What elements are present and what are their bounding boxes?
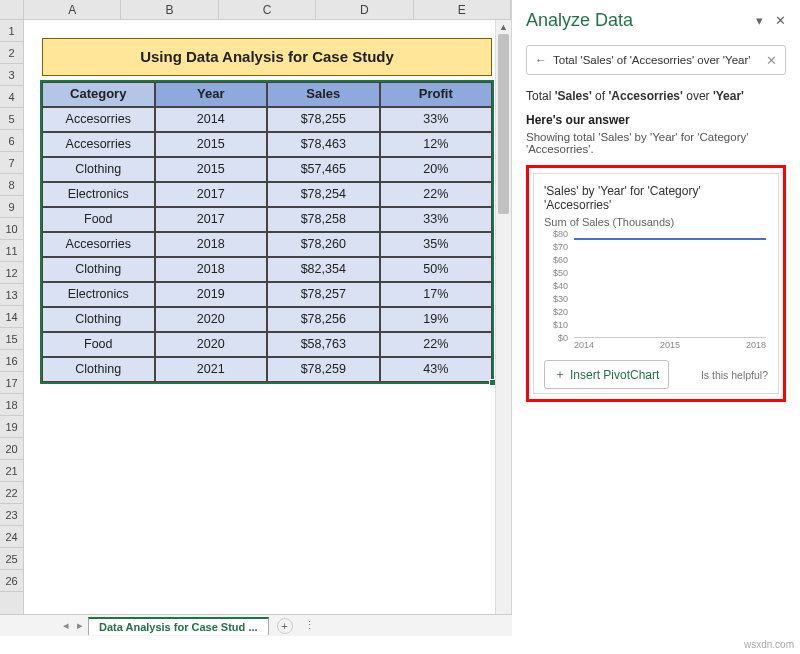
title-merged-cell[interactable]: Using Data Analysis for Case Study [42,38,492,74]
col-header[interactable]: E [414,0,511,19]
table-cell[interactable]: $82,354 [267,257,380,282]
table-cell[interactable]: Clothing [42,307,155,332]
row-header[interactable]: 9 [0,196,23,218]
table-cell[interactable]: Accesorries [42,232,155,257]
table-cell[interactable]: 50% [380,257,493,282]
row-header[interactable]: 14 [0,306,23,328]
row-header[interactable]: 23 [0,504,23,526]
table-cell[interactable]: $78,463 [267,132,380,157]
row-header[interactable]: 4 [0,86,23,108]
row-header[interactable]: 15 [0,328,23,350]
row-header[interactable]: 8 [0,174,23,196]
th-year[interactable]: Year [155,82,268,107]
table-cell[interactable]: 2015 [155,132,268,157]
table-cell[interactable]: $58,763 [267,332,380,357]
dropdown-icon[interactable]: ▾ [756,13,763,28]
table-cell[interactable]: 43% [380,357,493,382]
row-header[interactable]: 20 [0,438,23,460]
row-header[interactable]: 17 [0,372,23,394]
table-cell[interactable]: 22% [380,182,493,207]
clear-query-icon[interactable]: ✕ [766,53,777,68]
table-cell[interactable]: Clothing [42,157,155,182]
table-cell[interactable]: 2020 [155,332,268,357]
row-header[interactable]: 12 [0,262,23,284]
insert-pivotchart-button[interactable]: ＋ Insert PivotChart [544,360,669,389]
row-header[interactable]: 21 [0,460,23,482]
table-cell[interactable]: 12% [380,132,493,157]
table-cell[interactable]: $78,257 [267,282,380,307]
back-arrow-icon[interactable]: ← [535,53,547,67]
table-row[interactable]: Electronics2017$78,25422% [42,182,492,207]
table-row[interactable]: Accesorries2018$78,26035% [42,232,492,257]
th-sales[interactable]: Sales [267,82,380,107]
table-cell[interactable]: $78,260 [267,232,380,257]
row-header[interactable]: 18 [0,394,23,416]
table-row[interactable]: Food2017$78,25833% [42,207,492,232]
row-header[interactable]: 19 [0,416,23,438]
table-cell[interactable]: 35% [380,232,493,257]
table-cell[interactable]: $78,254 [267,182,380,207]
col-header[interactable]: B [121,0,218,19]
row-header[interactable]: 2 [0,42,23,64]
table-cell[interactable]: 2015 [155,157,268,182]
table-row[interactable]: Clothing2021$78,25943% [42,357,492,382]
table-row[interactable]: Electronics2019$78,25717% [42,282,492,307]
table-cell[interactable]: $57,465 [267,157,380,182]
table-cell[interactable]: 2020 [155,307,268,332]
row-header[interactable]: 24 [0,526,23,548]
grid-body[interactable]: 1234567891011121314151617181920212223242… [0,20,511,636]
table-cell[interactable]: 33% [380,107,493,132]
table-cell[interactable]: Accesorries [42,107,155,132]
close-pane-icon[interactable]: ✕ [775,13,786,28]
table-cell[interactable]: 2017 [155,207,268,232]
table-row[interactable]: Accesorries2014$78,25533% [42,107,492,132]
row-header[interactable]: 26 [0,570,23,592]
table-row[interactable]: Accesorries2015$78,46312% [42,132,492,157]
table-cell[interactable]: Food [42,207,155,232]
active-sheet-tab[interactable]: Data Analysis for Case Stud ... [88,617,269,635]
table-row[interactable]: Clothing2015$57,46520% [42,157,492,182]
table-cell[interactable]: $78,255 [267,107,380,132]
table-row[interactable]: Clothing2020$78,25619% [42,307,492,332]
row-header[interactable]: 25 [0,548,23,570]
tab-nav-prev[interactable]: ▸ [74,619,86,632]
row-header[interactable]: 6 [0,130,23,152]
table-cell[interactable]: 2021 [155,357,268,382]
helpful-link[interactable]: Is this helpful? [701,369,768,381]
table-cell[interactable]: 20% [380,157,493,182]
table-row[interactable]: Clothing2018$82,35450% [42,257,492,282]
col-header[interactable]: A [24,0,121,19]
table-cell[interactable]: $78,256 [267,307,380,332]
table-cell[interactable]: 2019 [155,282,268,307]
table-cell[interactable]: Food [42,332,155,357]
table-cell[interactable]: 17% [380,282,493,307]
cells-area[interactable]: Using Data Analysis for Case Study Categ… [24,20,511,636]
col-header[interactable]: C [219,0,316,19]
new-sheet-button[interactable]: + [277,618,293,634]
row-header[interactable]: 10 [0,218,23,240]
table-cell[interactable]: 33% [380,207,493,232]
row-header[interactable]: 22 [0,482,23,504]
tab-nav-first[interactable]: ◂ [60,619,72,632]
table-cell[interactable]: 2017 [155,182,268,207]
table-cell[interactable]: $78,259 [267,357,380,382]
table-cell[interactable]: $78,258 [267,207,380,232]
scroll-up-arrow[interactable]: ▲ [496,20,511,34]
table-cell[interactable]: 2018 [155,232,268,257]
table-row[interactable]: Food2020$58,76322% [42,332,492,357]
row-header[interactable]: 13 [0,284,23,306]
row-header[interactable]: 11 [0,240,23,262]
vertical-scrollbar[interactable]: ▲ ▼ [495,20,511,636]
row-header[interactable]: 16 [0,350,23,372]
table-cell[interactable]: 2014 [155,107,268,132]
table-cell[interactable]: Electronics [42,182,155,207]
select-all-corner[interactable] [0,0,24,19]
table-cell[interactable]: Electronics [42,282,155,307]
table-cell[interactable]: Clothing [42,357,155,382]
table-cell[interactable]: 2018 [155,257,268,282]
scroll-thumb[interactable] [498,34,509,214]
table-cell[interactable]: 22% [380,332,493,357]
col-header[interactable]: D [316,0,413,19]
table-cell[interactable]: Accesorries [42,132,155,157]
th-profit[interactable]: Profit [380,82,493,107]
